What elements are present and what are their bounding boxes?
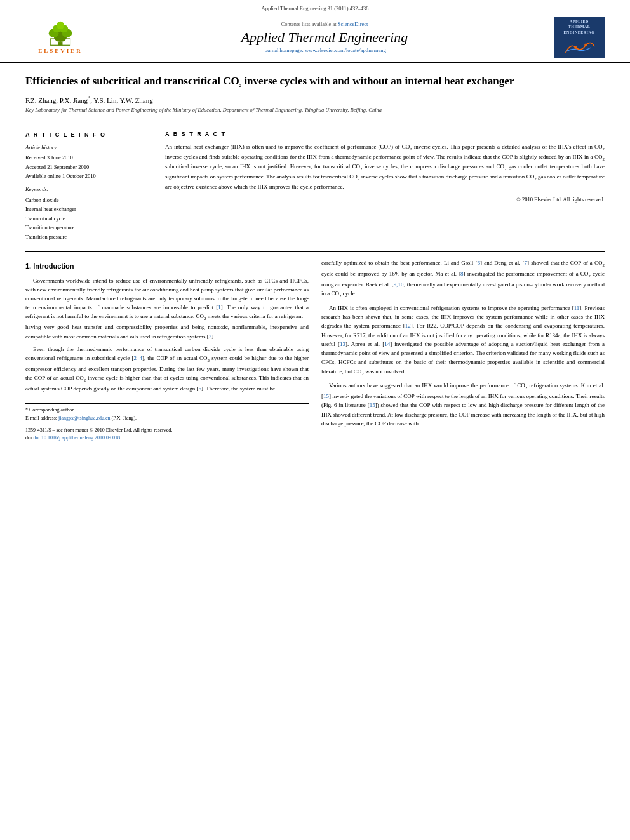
doi-link[interactable]: doi:10.1016/j.applthermaleng.2010.09.018 <box>33 435 120 441</box>
ref-8-link[interactable]: 8 <box>460 270 464 277</box>
journal-ref-line: Applied Thermal Engineering 31 (2011) 43… <box>262 5 369 11</box>
info-abstract-section: A R T I C L E I N F O Article history: R… <box>25 126 605 241</box>
section-number: 1. <box>25 262 31 270</box>
intro-para-1: Governments worldwide intend to reduce u… <box>25 276 309 341</box>
ref-13-link[interactable]: 13 <box>340 341 345 347</box>
ref-15-link[interactable]: 15 <box>323 393 329 399</box>
affiliation-text: Key Laboratory for Thermal Science and P… <box>25 107 605 113</box>
article-title: Efficiencies of subcritical and transcri… <box>25 74 605 89</box>
left-column: 1. Introduction Governments worldwide in… <box>25 258 309 443</box>
ref-9-10-link[interactable]: 9,10 <box>394 281 404 288</box>
journal-cover-image: APPLIEDTHERMALENGINEERING <box>554 17 605 58</box>
homepage-link[interactable]: journal homepage: www.elsevier.com/locat… <box>263 47 385 53</box>
ref-2-link[interactable]: 2 <box>209 333 212 340</box>
authors-line: F.Z. Zhang, P.X. Jiang*, Y.S. Lin, Y.W. … <box>25 95 605 104</box>
article-body: Efficiencies of subcritical and transcri… <box>0 63 630 455</box>
ref-7-link[interactable]: 7 <box>525 260 528 266</box>
history-label: Article history: <box>25 143 152 152</box>
abstract-text: An internal heat exchanger (IHX) is ofte… <box>165 143 605 192</box>
abstract-column: A B S T R A C T An internal heat exchang… <box>165 130 605 241</box>
keywords-label: Keywords: <box>25 185 152 194</box>
main-columns: 1. Introduction Governments worldwide in… <box>25 258 605 443</box>
divider-2 <box>25 251 605 252</box>
received-date: Received 3 June 2010 <box>25 153 152 162</box>
svg-point-11 <box>584 44 587 47</box>
ref-2-4-link[interactable]: 2–4 <box>133 355 142 361</box>
right-para-2: An IHX is often employed in conventional… <box>321 303 605 377</box>
accepted-date: Accepted 21 September 2010 <box>25 163 152 171</box>
svg-rect-9 <box>563 37 596 55</box>
svg-point-6 <box>57 21 64 29</box>
journal-ref-text: Applied Thermal Engineering 31 (2011) 43… <box>262 5 369 11</box>
section-title: Introduction <box>33 262 74 270</box>
contents-text: Contents lists available at <box>281 21 337 27</box>
science-direct-link[interactable]: ScienceDirect <box>338 21 368 27</box>
abstract-heading: A B S T R A C T <box>165 130 605 139</box>
ref-15b-link[interactable]: 15 <box>370 402 375 408</box>
keywords-list: Carbon dioxide Internal heat exchanger T… <box>25 196 152 241</box>
article-info-heading: A R T I C L E I N F O <box>25 130 152 139</box>
cover-graphic-icon <box>559 37 600 55</box>
journal-title: Applied Thermal Engineering <box>108 29 541 46</box>
ref-11-link[interactable]: 11 <box>574 305 580 311</box>
ref-6-link[interactable]: 6 <box>477 260 480 266</box>
issn-area: 1359-4311/$ – see front matter © 2010 El… <box>25 427 309 443</box>
section-1-heading: 1. Introduction <box>25 261 309 272</box>
email-suffix: (P.X. Jiang). <box>112 415 137 421</box>
intro-para-2: Even though the thermodynamic performanc… <box>25 345 309 393</box>
elsevier-logo: ELSEVIER <box>25 18 95 57</box>
authors-text: F.Z. Zhang, P.X. Jiang*, Y.S. Lin, Y.W. … <box>25 97 153 104</box>
ref-1-link[interactable]: 1 <box>218 304 221 310</box>
divider-1 <box>25 121 605 121</box>
ref-5-link[interactable]: 5 <box>199 385 202 392</box>
right-para-1: carefully optimized to obtain the best p… <box>321 258 605 300</box>
svg-point-10 <box>574 46 577 50</box>
keyword-5: Transition pressure <box>25 232 152 241</box>
ref-14-link[interactable]: 14 <box>384 341 390 347</box>
issn-text: 1359-4311/$ – see front matter © 2010 El… <box>25 427 309 435</box>
cover-title: APPLIEDTHERMALENGINEERING <box>564 19 595 35</box>
footnote-email: E-mail address: jiangpx@tsinghua.edu.cn … <box>25 415 309 423</box>
ref-12-link[interactable]: 12 <box>405 323 411 329</box>
keyword-4: Transition temperature <box>25 223 152 232</box>
right-column: carefully optimized to obtain the best p… <box>321 258 605 443</box>
elsevier-label: ELSEVIER <box>38 48 83 54</box>
elsevier-tree-icon <box>38 21 83 46</box>
article-dates: Received 3 June 2010 Accepted 21 Septemb… <box>25 153 152 180</box>
article-title-text: Efficiencies of subcritical and transcri… <box>25 75 514 87</box>
keyword-3: Transcritical cycle <box>25 214 152 223</box>
svg-rect-0 <box>58 42 63 45</box>
available-date: Available online 1 October 2010 <box>25 171 152 180</box>
doi-text: doi:doi:10.1016/j.applthermaleng.2010.09… <box>25 434 309 443</box>
page-wrapper: Applied Thermal Engineering 31 (2011) 43… <box>0 0 630 455</box>
header-row: ELSEVIER Contents lists available at Sci… <box>25 14 605 62</box>
article-info-column: A R T I C L E I N F O Article history: R… <box>25 130 152 241</box>
footnote-corresponding: * Corresponding author. <box>25 406 309 415</box>
email-label: E-mail address: <box>25 415 57 421</box>
keyword-2: Internal heat exchanger <box>25 204 152 213</box>
keyword-1: Carbon dioxide <box>25 196 152 204</box>
copyright-text: © 2010 Elsevier Ltd. All rights reserved… <box>165 196 605 204</box>
right-para-3: Various authors have suggested that an I… <box>321 381 605 428</box>
journal-header: Applied Thermal Engineering 31 (2011) 43… <box>0 0 630 63</box>
journal-homepage: journal homepage: www.elsevier.com/locat… <box>108 47 541 53</box>
email-link[interactable]: jiangpx@tsinghua.edu.cn <box>58 415 111 421</box>
science-direct-line: Contents lists available at ScienceDirec… <box>108 21 541 27</box>
footnote-area: * Corresponding author. E-mail address: … <box>25 403 309 423</box>
header-center: Contents lists available at ScienceDirec… <box>95 21 554 53</box>
